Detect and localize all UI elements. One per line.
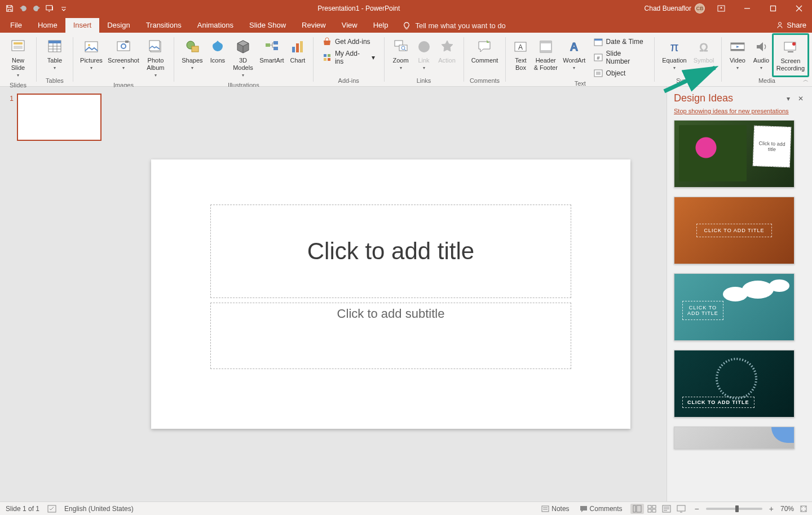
- normal-view-button[interactable]: [630, 504, 644, 514]
- slide-counter[interactable]: Slide 1 of 1: [6, 505, 39, 513]
- tab-help[interactable]: Help: [365, 18, 396, 33]
- text-box-button[interactable]: AText Box: [510, 35, 531, 74]
- title-placeholder[interactable]: Click to add title: [210, 205, 571, 298]
- lightbulb-icon: [403, 22, 411, 30]
- reading-view-button[interactable]: [660, 504, 673, 514]
- tab-transitions[interactable]: Transitions: [138, 18, 189, 33]
- tell-me-search[interactable]: Tell me what you want to do: [396, 19, 512, 33]
- screenshot-button[interactable]: Screenshot▾: [106, 35, 141, 74]
- design-idea-3[interactable]: CLICK TO ADD TITLE: [674, 273, 795, 341]
- 3d-models-button[interactable]: 3D Models▾: [230, 35, 257, 82]
- svg-rect-62: [648, 509, 651, 512]
- audio-button[interactable]: Audio▾: [750, 35, 773, 74]
- account-area[interactable]: Chad Buenaflor CB: [645, 3, 708, 14]
- my-addins-button[interactable]: My Add-ins ▾: [320, 48, 377, 66]
- tab-view[interactable]: View: [334, 18, 365, 33]
- group-label-links: Links: [417, 77, 431, 85]
- zoom-slider[interactable]: [706, 508, 762, 510]
- pane-close-button[interactable]: ✕: [796, 95, 805, 103]
- addins-icon: [323, 53, 332, 62]
- tab-design[interactable]: Design: [99, 18, 138, 33]
- redo-button[interactable]: [30, 2, 43, 15]
- maximize-button[interactable]: [760, 0, 786, 17]
- start-from-beginning-button[interactable]: [44, 2, 56, 15]
- undo-button[interactable]: [17, 2, 29, 15]
- tab-slideshow[interactable]: Slide Show: [241, 18, 294, 33]
- tab-file[interactable]: File: [2, 18, 30, 33]
- tab-animations[interactable]: Animations: [189, 18, 241, 33]
- comment-button[interactable]: Comment: [468, 35, 501, 67]
- tell-me-placeholder: Tell me what you want to do: [415, 21, 505, 30]
- thumbnail-number: 1: [8, 94, 14, 141]
- notes-button[interactable]: Notes: [539, 504, 571, 514]
- date-time-button[interactable]: Date & Time: [592, 36, 647, 47]
- group-label-comments: Comments: [470, 77, 500, 85]
- svg-rect-60: [648, 505, 651, 508]
- comments-button[interactable]: Comments: [577, 504, 625, 514]
- share-button[interactable]: Share: [776, 21, 806, 29]
- svg-rect-59: [637, 505, 641, 512]
- tab-insert[interactable]: Insert: [65, 18, 100, 33]
- subtitle-placeholder[interactable]: Click to add subtitle: [210, 303, 571, 369]
- smartart-button[interactable]: SmartArt: [258, 35, 286, 67]
- ribbon-display-options-button[interactable]: [708, 0, 734, 17]
- svg-text:Ω: Ω: [699, 41, 708, 54]
- photo-album-button[interactable]: Photo Album▾: [142, 35, 169, 82]
- object-button[interactable]: Object: [592, 68, 647, 79]
- design-idea-1[interactable]: Click to add title: [674, 120, 795, 188]
- tab-home[interactable]: Home: [30, 18, 65, 33]
- get-addins-button[interactable]: Get Add-ins: [320, 36, 377, 47]
- screen-recording-button[interactable]: Screen Recording: [774, 35, 807, 75]
- thumbnail-row[interactable]: 1: [8, 94, 107, 141]
- design-idea-2[interactable]: CLICK TO ADD TITLE: [674, 197, 795, 264]
- minimize-button[interactable]: [734, 0, 760, 17]
- tab-review[interactable]: Review: [294, 18, 334, 33]
- design-idea-4[interactable]: CLICK TO ADD TITLE: [674, 350, 795, 418]
- new-slide-button[interactable]: New Slide▾: [5, 35, 32, 82]
- design-idea-5[interactable]: [674, 427, 795, 449]
- svg-rect-61: [652, 505, 656, 508]
- svg-rect-58: [633, 505, 636, 512]
- stop-showing-ideas-link[interactable]: Stop showing ideas for new presentations: [667, 106, 812, 120]
- zoom-out-button[interactable]: −: [694, 504, 700, 513]
- header-footer-button[interactable]: Header & Footer: [532, 35, 559, 74]
- svg-rect-25: [328, 54, 330, 57]
- zoom-slider-thumb[interactable]: [735, 505, 739, 512]
- close-button[interactable]: [786, 0, 812, 17]
- language-indicator[interactable]: English (United States): [64, 505, 134, 513]
- calendar-icon: [594, 37, 603, 46]
- shapes-button[interactable]: Shapes▾: [179, 35, 206, 74]
- save-button[interactable]: [3, 2, 16, 15]
- pane-options-button[interactable]: ▾: [784, 95, 793, 103]
- pictures-button[interactable]: Pictures▾: [78, 35, 105, 74]
- slide-canvas[interactable]: Click to add title Click to add subtitle: [151, 159, 630, 429]
- slide-sorter-view-button[interactable]: [645, 504, 659, 514]
- customize-qat-button[interactable]: [58, 2, 70, 15]
- slide-number-button[interactable]: #Slide Number: [592, 48, 647, 66]
- icons-button[interactable]: Icons: [207, 35, 228, 67]
- video-button[interactable]: Video▾: [726, 35, 749, 74]
- thumbnail-slide-1[interactable]: [17, 94, 102, 141]
- table-button[interactable]: Table▾: [41, 35, 68, 74]
- symbol-button: ΩSymbol: [691, 35, 717, 67]
- slide-editor[interactable]: Click to add title Click to add subtitle: [115, 87, 667, 501]
- zoom-level[interactable]: 70%: [780, 505, 794, 513]
- collapse-ribbon-button[interactable]: ︿: [803, 76, 809, 84]
- chart-button[interactable]: Chart: [287, 35, 308, 67]
- spell-check-icon[interactable]: [47, 505, 56, 513]
- window-controls: [708, 0, 812, 17]
- equation-button[interactable]: πEquation▾: [659, 35, 690, 74]
- zoom-in-button[interactable]: +: [768, 504, 775, 513]
- group-label-tables: Tables: [46, 77, 64, 85]
- wordart-button[interactable]: AWordArt▾: [561, 35, 588, 74]
- zoom-button[interactable]: Zoom▾: [389, 35, 413, 74]
- fit-to-window-button[interactable]: [800, 505, 807, 513]
- quick-access-toolbar: [0, 0, 73, 17]
- slideshow-view-button[interactable]: [674, 504, 688, 514]
- svg-rect-26: [324, 58, 326, 61]
- svg-rect-15: [149, 41, 160, 51]
- slide-thumbnail-pane[interactable]: 1: [0, 87, 115, 501]
- table-icon: [46, 38, 64, 56]
- design-ideas-list[interactable]: Click to add title CLICK TO ADD TITLE CL…: [667, 120, 812, 501]
- svg-rect-11: [117, 42, 130, 51]
